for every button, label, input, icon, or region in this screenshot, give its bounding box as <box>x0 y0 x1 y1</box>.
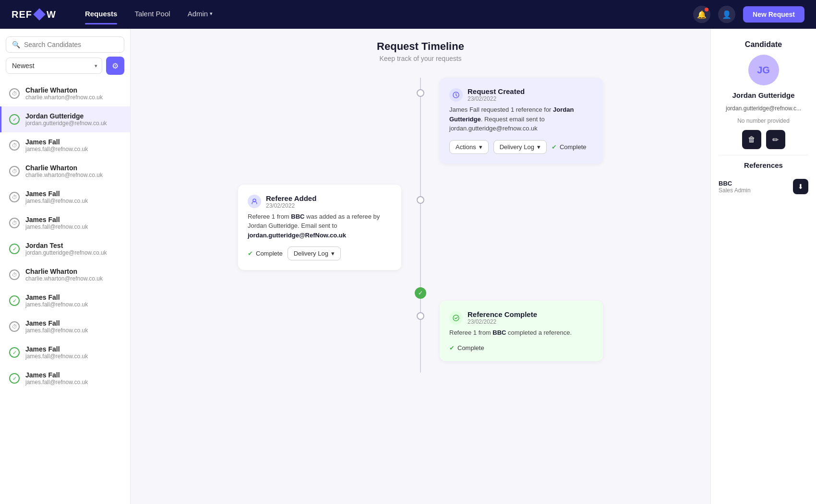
status-icon: ✓ <box>9 244 20 254</box>
list-item[interactable]: ⏱ James Fall james.fall@refnow.co.uk <box>0 184 130 210</box>
status-icon: ⏱ <box>9 140 20 151</box>
user-profile-button[interactable]: 👤 <box>718 6 735 23</box>
status-icon: ✓ <box>9 347 20 358</box>
candidate-name: James Fall <box>25 216 88 223</box>
list-item[interactable]: ⏱ James Fall james.fall@refnow.co.uk <box>0 132 130 158</box>
candidate-email: james.fall@refnow.co.uk <box>25 353 88 360</box>
list-item[interactable]: ✓ Jordan Gutteridge jordan.gutteridge@re… <box>0 106 130 132</box>
card-header-2: Referee Added 23/02/2022 <box>248 194 392 209</box>
candidate-info: James Fall james.fall@refnow.co.uk <box>25 319 88 334</box>
timeline-left-2: Referee Added 23/02/2022 Referee 1 from … <box>228 185 420 270</box>
candidate-name: James Fall <box>25 319 88 327</box>
timeline-dot-2 <box>417 196 424 204</box>
edit-candidate-button[interactable]: ✏ <box>766 130 785 149</box>
candidate-name: Jordan Gutteridge <box>25 112 107 120</box>
delivery-log-button-1[interactable]: Delivery Log ▾ <box>493 140 547 154</box>
candidate-info: James Fall james.fall@refnow.co.uk <box>25 138 88 152</box>
search-input[interactable] <box>24 41 118 48</box>
candidate-name: Charlie Wharton <box>25 86 103 94</box>
timeline-dot-1 <box>417 89 424 97</box>
list-item[interactable]: ✓ Jordan Test jordan.gutteridge@refnow.c… <box>0 236 130 262</box>
nav-right: 🔔 👤 New Request <box>693 6 804 23</box>
chevron-down-icon: ▾ <box>210 11 213 17</box>
list-item[interactable]: ⏱ Charlie Wharton charlie.wharton@refnow… <box>0 262 130 288</box>
edit-icon: ✏ <box>772 135 779 144</box>
sidebar-search-area: 🔍 <box>0 29 130 57</box>
nav-requests[interactable]: Requests <box>85 10 118 20</box>
timeline-subtitle: Keep track of your requests <box>146 55 695 62</box>
nav-talent-pool[interactable]: Talent Pool <box>134 10 170 20</box>
timeline-dot-complete: ✓ <box>415 287 426 299</box>
sidebar-filters: Newest Oldest A-Z Z-A ▾ ⚙ <box>0 57 130 81</box>
panel-divider <box>719 155 808 155</box>
candidate-info: Charlie Wharton charlie.wharton@refnow.c… <box>25 268 103 282</box>
sidebar: 🔍 Newest Oldest A-Z Z-A ▾ ⚙ ⏱ Charl <box>0 29 131 504</box>
download-icon: ⬇ <box>798 183 804 190</box>
status-badge-3: ✔ Complete <box>449 344 484 352</box>
list-item[interactable]: ⏱ James Fall james.fall@refnow.co.uk <box>0 314 130 340</box>
trash-icon: 🗑 <box>748 135 756 144</box>
timeline-card-reference-complete: Reference Complete 23/02/2022 Referee 1 … <box>440 301 603 361</box>
candidate-email: james.fall@refnow.co.uk <box>25 198 88 204</box>
candidate-email: jordan.gutteridge@refnow.co.uk <box>25 120 107 127</box>
status-icon: ✓ <box>9 373 20 384</box>
candidate-name: James Fall <box>25 190 88 198</box>
card-body-2: Referee 1 from BBC was added as a refere… <box>248 212 392 240</box>
candidate-info: Charlie Wharton charlie.wharton@refnow.c… <box>25 164 103 178</box>
check-icon-3: ✔ <box>449 344 455 352</box>
candidate-name: James Fall <box>25 345 88 353</box>
panel-action-buttons: 🗑 ✏ <box>742 130 785 149</box>
candidate-email: charlie.wharton@refnow.co.uk <box>25 275 103 282</box>
actions-dropdown-button[interactable]: Actions ▾ <box>449 140 489 154</box>
svg-point-2 <box>453 315 459 321</box>
candidate-info: James Fall james.fall@refnow.co.uk <box>25 216 88 230</box>
notifications-button[interactable]: 🔔 <box>693 6 710 23</box>
check-icon: ✔ <box>552 143 557 151</box>
nav-links: Requests Talent Pool Admin ▾ <box>85 10 674 20</box>
status-icon: ⏱ <box>9 88 20 99</box>
timeline: Request Created 23/02/2022 James Fall re… <box>228 78 612 373</box>
delete-candidate-button[interactable]: 🗑 <box>742 130 761 149</box>
logo[interactable]: REFW <box>12 9 56 20</box>
candidate-email: james.fall@refnow.co.uk <box>25 146 88 152</box>
candidate-email: james.fall@refnow.co.uk <box>25 327 88 334</box>
candidate-name: Charlie Wharton <box>25 268 103 275</box>
list-item[interactable]: ⏱ Charlie Wharton charlie.wharton@refnow… <box>0 81 130 106</box>
list-item[interactable]: ⏱ Charlie Wharton charlie.wharton@refnow… <box>0 158 130 184</box>
card-title-3: Reference Complete <box>468 310 537 318</box>
card-actions-1: Actions ▾ Delivery Log ▾ ✔ Complete <box>449 140 593 154</box>
reference-item: BBC Sales Admin ⬇ <box>719 175 808 198</box>
card-title-2: Referee Added <box>266 194 316 202</box>
delivery-log-button-2[interactable]: Delivery Log ▾ <box>288 246 341 260</box>
list-item[interactable]: ✓ James Fall james.fall@refnow.co.uk <box>0 288 130 314</box>
candidate-email: james.fall@refnow.co.uk <box>25 301 88 308</box>
card-date-1: 23/02/2022 <box>468 95 525 102</box>
sort-select[interactable]: Newest Oldest A-Z Z-A <box>6 58 102 74</box>
candidate-info: Charlie Wharton charlie.wharton@refnow.c… <box>25 86 103 101</box>
timeline-row-2: Referee Added 23/02/2022 Referee 1 from … <box>228 185 612 270</box>
search-icon: 🔍 <box>12 41 20 48</box>
status-icon: ⏱ <box>9 321 20 332</box>
candidate-email: charlie.wharton@refnow.co.uk <box>25 172 103 178</box>
timeline-complete-row: ✓ <box>228 281 612 301</box>
references-title: References <box>744 161 783 169</box>
candidate-info: Jordan Gutteridge jordan.gutteridge@refn… <box>25 112 107 127</box>
nav-admin[interactable]: Admin ▾ <box>188 10 213 20</box>
card-header-3: Reference Complete 23/02/2022 <box>449 310 593 325</box>
candidate-email: charlie.wharton@refnow.co.uk <box>25 94 103 101</box>
list-item[interactable]: ✓ James Fall james.fall@refnow.co.uk <box>0 365 130 391</box>
download-reference-button[interactable]: ⬇ <box>793 179 808 194</box>
sort-wrapper: Newest Oldest A-Z Z-A ▾ <box>6 58 102 74</box>
list-item[interactable]: ⏱ James Fall james.fall@refnow.co.uk <box>0 210 130 236</box>
check-icon-2: ✔ <box>248 250 253 257</box>
candidate-email: james.fall@refnow.co.uk <box>25 379 88 386</box>
card-body-3: Referee 1 from BBC completed a reference… <box>449 328 593 338</box>
card-body-1: James Fall requested 1 reference for Jor… <box>449 105 593 133</box>
user-icon: 👤 <box>722 10 732 19</box>
timeline-row-3: Reference Complete 23/02/2022 Referee 1 … <box>228 301 612 361</box>
ref-role: Sales Admin <box>719 187 751 194</box>
list-item[interactable]: ✓ James Fall james.fall@refnow.co.uk <box>0 340 130 365</box>
new-request-button[interactable]: New Request <box>743 6 804 23</box>
filter-button[interactable]: ⚙ <box>106 57 124 75</box>
avatar: JG <box>748 55 779 85</box>
